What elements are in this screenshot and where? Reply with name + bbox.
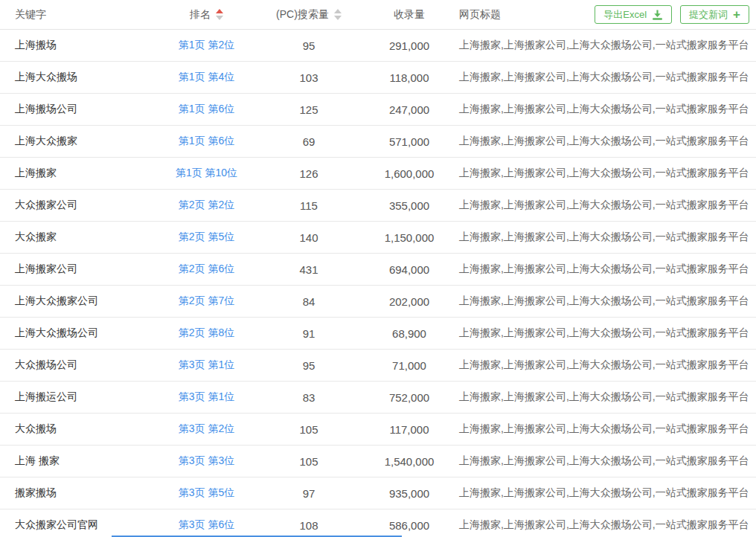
rank-sort-control[interactable]	[216, 9, 223, 20]
column-label: 排名	[190, 8, 211, 22]
search-volume-cell: 97	[253, 487, 365, 500]
plus-icon: +	[733, 8, 740, 21]
rank-cell: 第3页 第3位	[160, 454, 253, 468]
export-excel-button[interactable]: 导出Excel	[595, 5, 672, 24]
rank-link[interactable]: 第2页 第8位	[179, 327, 234, 338]
column-header-indexed: 收录量	[365, 8, 454, 22]
indexed-cell: 1,600,000	[365, 167, 454, 180]
indexed-cell: 1,540,000	[365, 455, 454, 468]
title-cell: 上海搬家,上海搬家公司,上海大众搬场公司,一站式搬家服务平台	[454, 486, 756, 500]
rank-cell: 第2页 第2位	[160, 199, 253, 212]
keyword-cell: 搬家搬场	[0, 486, 160, 500]
title-cell: 上海搬家,上海搬家公司,上海大众搬场公司,一站式搬家服务平台	[454, 135, 756, 148]
export-excel-label: 导出Excel	[603, 8, 647, 22]
column-label: 关键字	[15, 8, 46, 22]
table-row: 搬家搬场 第3页 第5位 97 935,000 上海搬家,上海搬家公司,上海大众…	[0, 477, 756, 509]
column-header-search-volume[interactable]: (PC)搜索量	[253, 8, 365, 22]
sort-asc-icon[interactable]	[216, 9, 223, 13]
table-body: 上海搬场 第1页 第2位 95 291,000 上海搬家,上海搬家公司,上海大众…	[0, 30, 756, 537]
indexed-cell: 202,000	[365, 295, 454, 308]
search-volume-cell: 69	[253, 135, 365, 148]
column-label: 网页标题	[459, 8, 501, 22]
keyword-cell: 大众搬场公司	[0, 358, 160, 372]
rank-link[interactable]: 第3页 第6位	[179, 518, 234, 530]
table-row: 大众搬家公司 第2页 第2位 115 355,000 上海搬家,上海搬家公司,上…	[0, 190, 756, 222]
toolbar: 导出Excel 提交新词 +	[595, 5, 749, 24]
rank-link[interactable]: 第2页 第7位	[179, 295, 234, 306]
search-volume-sort-control[interactable]	[334, 9, 342, 20]
rank-link[interactable]: 第2页 第5位	[179, 231, 234, 242]
rank-link[interactable]: 第2页 第6位	[179, 263, 234, 274]
rank-link[interactable]: 第3页 第2位	[179, 422, 234, 434]
rank-link[interactable]: 第1页 第4位	[179, 71, 234, 83]
keyword-cell: 上海搬家公司	[0, 263, 160, 276]
title-cell: 上海搬家,上海搬家公司,上海大众搬场公司,一站式搬家服务平台	[454, 263, 756, 276]
rank-link[interactable]: 第3页 第5位	[179, 486, 234, 498]
search-volume-cell: 105	[253, 423, 365, 436]
indexed-cell: 1,150,000	[365, 231, 454, 244]
table-row: 上海搬家公司 第2页 第6位 431 694,000 上海搬家,上海搬家公司,上…	[0, 254, 756, 286]
search-volume-cell: 103	[253, 71, 365, 84]
rank-link[interactable]: 第1页 第6位	[179, 103, 234, 115]
table-row: 上海大众搬家 第1页 第6位 69 571,000 上海搬家,上海搬家公司,上海…	[0, 126, 756, 158]
rank-cell: 第1页 第6位	[160, 103, 253, 116]
download-icon	[652, 10, 663, 20]
title-cell: 上海搬家,上海搬家公司,上海大众搬场公司,一站式搬家服务平台	[454, 295, 756, 308]
rank-link[interactable]: 第3页 第3位	[179, 454, 234, 466]
column-label: 收录量	[394, 8, 425, 22]
title-cell: 上海搬家,上海搬家公司,上海大众搬场公司,一站式搬家服务平台	[454, 358, 756, 372]
keyword-cell: 大众搬家公司	[0, 199, 160, 212]
indexed-cell: 247,000	[365, 103, 454, 116]
rank-cell: 第2页 第6位	[160, 263, 253, 276]
rank-cell: 第1页 第6位	[160, 135, 253, 148]
table-row: 上海大众搬场 第1页 第4位 103 118,000 上海搬家,上海搬家公司,上…	[0, 62, 756, 94]
search-volume-cell: 83	[253, 391, 365, 404]
search-volume-cell: 125	[253, 103, 365, 116]
keyword-cell: 上海搬运公司	[0, 390, 160, 404]
rank-cell: 第1页 第2位	[160, 39, 253, 52]
search-volume-cell: 115	[253, 199, 365, 212]
rank-cell: 第2页 第8位	[160, 327, 253, 340]
search-volume-cell: 91	[253, 327, 365, 340]
indexed-cell: 935,000	[365, 487, 454, 500]
rank-cell: 第1页 第10位	[160, 167, 253, 180]
table-row: 上海大众搬场公司 第2页 第8位 91 68,900 上海搬家,上海搬家公司,上…	[0, 318, 756, 350]
rank-link[interactable]: 第3页 第1位	[179, 390, 234, 402]
search-volume-cell: 95	[253, 359, 365, 372]
title-cell: 上海搬家,上海搬家公司,上海大众搬场公司,一站式搬家服务平台	[454, 39, 756, 52]
table-row: 上海大众搬家公司 第2页 第7位 84 202,000 上海搬家,上海搬家公司,…	[0, 286, 756, 318]
search-volume-cell: 140	[253, 231, 365, 244]
table-row: 大众搬家公司官网 第3页 第6位 108 586,000 上海搬家,上海搬家公司…	[0, 509, 756, 537]
title-cell: 上海搬家,上海搬家公司,上海大众搬场公司,一站式搬家服务平台	[454, 327, 756, 340]
rank-link[interactable]: 第2页 第2位	[179, 199, 234, 210]
search-volume-cell: 95	[253, 39, 365, 52]
sort-desc-icon[interactable]	[216, 16, 223, 20]
rank-link[interactable]: 第3页 第1位	[179, 358, 234, 370]
title-cell: 上海搬家,上海搬家公司,上海大众搬场公司,一站式搬家服务平台	[454, 518, 756, 532]
table-row: 大众搬场公司 第3页 第1位 95 71,000 上海搬家,上海搬家公司,上海大…	[0, 350, 756, 382]
submit-new-words-button[interactable]: 提交新词 +	[680, 5, 749, 24]
column-header-rank[interactable]: 排名	[160, 8, 253, 22]
rank-link[interactable]: 第1页 第2位	[179, 39, 234, 51]
keyword-cell: 上海 搬家	[0, 454, 160, 468]
title-cell: 上海搬家,上海搬家公司,上海大众搬场公司,一站式搬家服务平台	[454, 390, 756, 404]
keyword-cell: 上海大众搬场	[0, 71, 160, 84]
sort-asc-icon[interactable]	[334, 9, 342, 13]
rank-cell: 第2页 第5位	[160, 231, 253, 244]
rank-cell: 第3页 第1位	[160, 390, 253, 404]
table-header: 关键字 排名 (PC)搜索量 收录量 网页标题 导出Excel	[0, 0, 756, 30]
table-row: 大众搬家 第2页 第5位 140 1,150,000 上海搬家,上海搬家公司,上…	[0, 222, 756, 254]
rank-link[interactable]: 第1页 第6位	[179, 135, 234, 147]
table-row: 上海搬场 第1页 第2位 95 291,000 上海搬家,上海搬家公司,上海大众…	[0, 30, 756, 62]
rank-cell: 第3页 第2位	[160, 422, 253, 436]
indexed-cell: 752,000	[365, 391, 454, 404]
rank-link[interactable]: 第1页 第10位	[176, 167, 237, 179]
indexed-cell: 586,000	[365, 519, 454, 532]
indexed-cell: 68,900	[365, 327, 454, 340]
keyword-cell: 上海搬场公司	[0, 103, 160, 116]
indexed-cell: 694,000	[365, 263, 454, 276]
search-volume-cell: 126	[253, 167, 365, 180]
search-volume-cell: 84	[253, 295, 365, 308]
sort-desc-icon[interactable]	[334, 16, 342, 20]
search-volume-cell: 108	[253, 519, 365, 532]
